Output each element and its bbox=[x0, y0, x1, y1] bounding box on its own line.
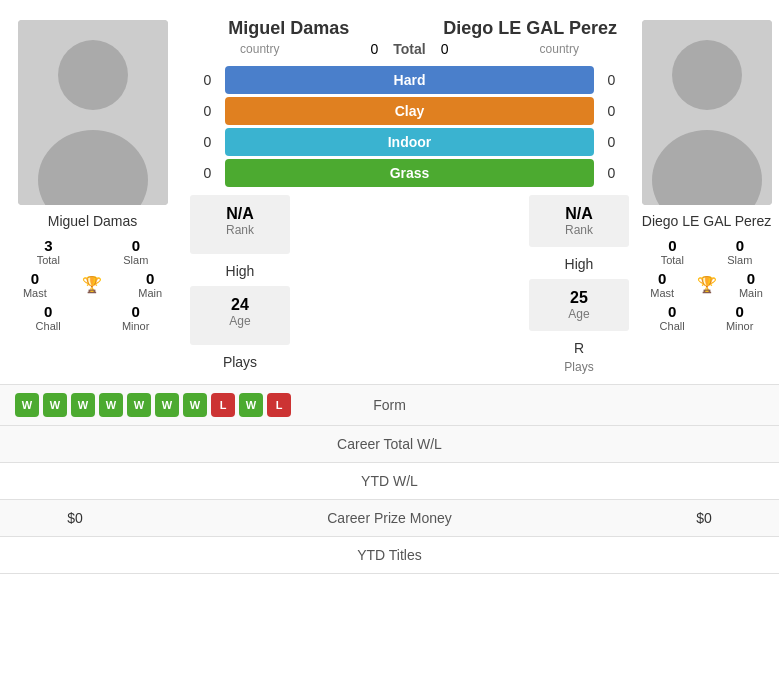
row-label-0: Career Total W/L bbox=[135, 436, 644, 452]
player-left: Miguel Damas 3 Total 0 Slam 0 Mast 🏆 bbox=[0, 10, 185, 374]
bottom-rows-container: Career Total W/LYTD W/L$0Career Prize Mo… bbox=[0, 426, 779, 574]
bottom-section: WWWWWWWLWL Form Career Total W/LYTD W/L$… bbox=[0, 384, 779, 574]
left-age-box: 24 Age bbox=[190, 286, 290, 345]
clay-btn[interactable]: Clay bbox=[225, 97, 594, 125]
right-trophy-icon: 🏆 bbox=[697, 275, 717, 294]
svg-point-1 bbox=[58, 40, 128, 110]
center-columns: N/A Rank High 24 Age Plays N/A Rank bbox=[185, 192, 634, 374]
left-minor: 0 Minor bbox=[122, 303, 150, 332]
form-badge-w: W bbox=[15, 393, 39, 417]
left-age-label: Age bbox=[229, 314, 250, 328]
hard-score-right: 0 bbox=[594, 72, 629, 88]
left-avatar bbox=[18, 20, 168, 205]
left-rank-box: N/A Rank bbox=[190, 195, 290, 254]
form-badges-left: WWWWWWWLWL bbox=[15, 393, 330, 417]
right-high-value: High bbox=[529, 250, 629, 276]
data-row-2: $0Career Prize Money$0 bbox=[0, 500, 779, 537]
left-slam: 0 Slam bbox=[123, 237, 148, 266]
left-mast: 0 Mast bbox=[23, 270, 47, 299]
right-player-name: Diego LE GAL Perez bbox=[642, 213, 771, 229]
center-panel: Miguel Damas Diego LE GAL Perez country … bbox=[185, 10, 634, 374]
country-total-row: country 0 Total 0 country bbox=[185, 41, 634, 61]
clay-score-left: 0 bbox=[190, 103, 225, 119]
data-row-0: Career Total W/L bbox=[0, 426, 779, 463]
total-label: Total bbox=[393, 41, 425, 57]
clay-score-right: 0 bbox=[594, 103, 629, 119]
form-label: Form bbox=[330, 397, 450, 413]
left-main: 0 Main bbox=[138, 270, 162, 299]
left-age-value: 24 bbox=[231, 296, 249, 314]
grass-btn[interactable]: Grass bbox=[225, 159, 594, 187]
right-minor: 0 Minor bbox=[726, 303, 754, 332]
left-country: country bbox=[190, 42, 330, 56]
indoor-score-left: 0 bbox=[190, 134, 225, 150]
left-stats-row1: 3 Total 0 Slam bbox=[5, 237, 180, 266]
svg-point-4 bbox=[672, 40, 742, 110]
left-player-name: Miguel Damas bbox=[48, 213, 137, 229]
form-row: WWWWWWWLWL Form bbox=[0, 385, 779, 426]
player-right: Diego LE GAL Perez 0 Total 0 Slam 0 Mast… bbox=[634, 10, 779, 374]
right-avatar bbox=[642, 20, 772, 205]
form-badge-w: W bbox=[183, 393, 207, 417]
form-badge-w: W bbox=[43, 393, 67, 417]
surface-container: 0 Hard 0 0 Clay 0 0 Indoor 0 bbox=[185, 61, 634, 192]
left-trophy-icon: 🏆 bbox=[82, 275, 102, 294]
hard-score-left: 0 bbox=[190, 72, 225, 88]
data-row-3: YTD Titles bbox=[0, 537, 779, 574]
left-chall: 0 Chall bbox=[36, 303, 61, 332]
grass-score-right: 0 bbox=[594, 165, 629, 181]
indoor-score-right: 0 bbox=[594, 134, 629, 150]
form-badge-w: W bbox=[155, 393, 179, 417]
grass-score-left: 0 bbox=[190, 165, 225, 181]
form-badge-l: L bbox=[267, 393, 291, 417]
row-label-1: YTD W/L bbox=[135, 473, 644, 489]
form-badge-w: W bbox=[239, 393, 263, 417]
right-plays-value: R bbox=[529, 334, 629, 360]
form-badge-w: W bbox=[71, 393, 95, 417]
form-badge-w: W bbox=[127, 393, 151, 417]
right-stats-row1: 0 Total 0 Slam bbox=[639, 237, 774, 266]
row-right-value-2: $0 bbox=[644, 510, 764, 526]
hard-btn[interactable]: Hard bbox=[225, 66, 594, 94]
row-left-value-2: $0 bbox=[15, 510, 135, 526]
right-main: 0 Main bbox=[739, 270, 763, 299]
main-container: Miguel Damas 3 Total 0 Slam 0 Mast 🏆 bbox=[0, 0, 779, 574]
left-stats-row2: 0 Chall 0 Minor bbox=[5, 303, 180, 332]
total-right-score: 0 bbox=[441, 41, 449, 57]
names-row: Miguel Damas Diego LE GAL Perez bbox=[185, 10, 634, 41]
left-trophy-row: 0 Mast 🏆 0 Main bbox=[5, 270, 180, 299]
right-age-label: Age bbox=[568, 307, 589, 321]
right-col-stats: N/A Rank High 25 Age R Plays bbox=[524, 192, 634, 374]
total-left-score: 0 bbox=[371, 41, 379, 57]
right-rank-box: N/A Rank bbox=[529, 195, 629, 247]
right-mast: 0 Mast bbox=[650, 270, 674, 299]
data-row-1: YTD W/L bbox=[0, 463, 779, 500]
form-badge-w: W bbox=[99, 393, 123, 417]
right-trophy-row: 0 Mast 🏆 0 Main bbox=[639, 270, 774, 299]
form-badge-l: L bbox=[211, 393, 235, 417]
indoor-btn[interactable]: Indoor bbox=[225, 128, 594, 156]
left-total: 3 Total bbox=[37, 237, 60, 266]
right-age-box: 25 Age bbox=[529, 279, 629, 331]
right-slam: 0 Slam bbox=[727, 237, 752, 266]
total-scores: 0 Total 0 bbox=[330, 41, 490, 57]
right-stats-row2: 0 Chall 0 Minor bbox=[639, 303, 774, 332]
surface-clay-row: 0 Clay 0 bbox=[190, 97, 629, 125]
right-rank-label: Rank bbox=[565, 223, 593, 237]
right-age-value: 25 bbox=[570, 289, 588, 307]
players-section: Miguel Damas 3 Total 0 Slam 0 Mast 🏆 bbox=[0, 0, 779, 384]
surface-grass-row: 0 Grass 0 bbox=[190, 159, 629, 187]
surface-indoor-row: 0 Indoor 0 bbox=[190, 128, 629, 156]
right-center-name: Diego LE GAL Perez bbox=[431, 18, 629, 39]
row-label-3: YTD Titles bbox=[135, 547, 644, 563]
left-high-value: High bbox=[190, 257, 290, 283]
right-total: 0 Total bbox=[661, 237, 684, 266]
right-country: country bbox=[490, 42, 630, 56]
row-label-2: Career Prize Money bbox=[135, 510, 644, 526]
right-chall: 0 Chall bbox=[660, 303, 685, 332]
left-center-name: Miguel Damas bbox=[190, 18, 388, 39]
surface-hard-row: 0 Hard 0 bbox=[190, 66, 629, 94]
left-rank-label: Rank bbox=[226, 223, 254, 237]
left-plays-label: Plays bbox=[190, 348, 290, 374]
left-rank-value: N/A bbox=[226, 205, 254, 223]
